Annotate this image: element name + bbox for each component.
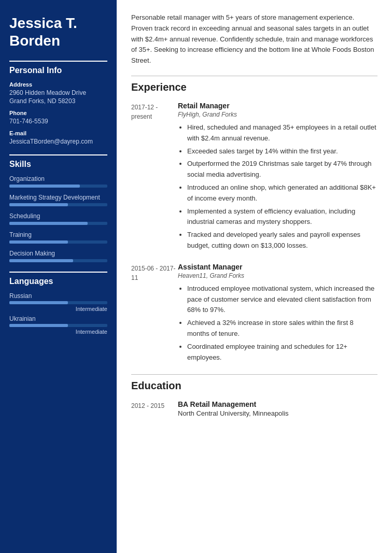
language-level: Intermediate [9, 306, 107, 312]
skill-item: Organization [9, 175, 107, 188]
skill-bar-fill [9, 240, 68, 244]
edu-degree: BA Retail Management [178, 400, 377, 408]
skill-bar-fill [9, 259, 73, 262]
education-block: 2012 - 2015 BA Retail Management North C… [131, 400, 377, 417]
job-date: 2015-06 - 2017-11 [131, 263, 178, 365]
job-bullets: Introduced employee motivational system,… [178, 283, 377, 363]
personal-info-section-title: Personal Info [9, 61, 107, 75]
skill-name: Scheduling [9, 212, 107, 220]
languages-list: Russian Intermediate Ukrainian Intermedi… [9, 292, 107, 335]
skill-bar-bg [9, 203, 107, 206]
language-item: Russian Intermediate [9, 292, 107, 312]
languages-section-title: Languages [9, 272, 107, 286]
skill-bar-fill [9, 203, 68, 206]
skill-item: Scheduling [9, 212, 107, 225]
bullet-item: Coordinated employee training and schedu… [187, 342, 377, 363]
skill-bar-bg [9, 222, 107, 225]
edu-school: North Central University, Minneapolis [178, 409, 377, 417]
job-block: 2015-06 - 2017-11 Assistant Manager Heav… [131, 263, 377, 365]
bullet-item: Implemented a system of efficiency evalu… [187, 206, 377, 228]
phone-value: 701-746-5539 [9, 118, 107, 125]
job-company: Heaven11, Grand Forks [178, 272, 377, 279]
job-title: Retail Manager [178, 102, 377, 110]
experience-title: Experience [131, 76, 377, 93]
jobs-list: 2017-12 - present Retail Manager FlyHigh… [131, 102, 377, 365]
address-line1: 2960 Hidden Meadow Drive [9, 89, 107, 96]
job-title: Assistant Manager [178, 263, 377, 271]
summary-text: Personable retail manager with 5+ years … [131, 12, 377, 66]
skill-name: Organization [9, 175, 107, 182]
skill-item: Training [9, 231, 107, 244]
education-list: 2012 - 2015 BA Retail Management North C… [131, 400, 377, 417]
skill-bar-bg [9, 240, 107, 244]
language-bar-fill [9, 324, 68, 327]
job-content: Assistant Manager Heaven11, Grand Forks … [178, 263, 377, 365]
phone-label: Phone [9, 110, 107, 116]
language-name: Russian [9, 292, 107, 300]
bullet-item: Achieved a 32% increase in store sales w… [187, 318, 377, 339]
skills-section-title: Skills [9, 154, 107, 169]
skill-item: Marketing Strategy Development [9, 194, 107, 206]
job-block: 2017-12 - present Retail Manager FlyHigh… [131, 102, 377, 253]
job-company: FlyHigh, Grand Forks [178, 111, 377, 118]
edu-date: 2012 - 2015 [131, 400, 178, 417]
skill-bar-bg [9, 185, 107, 188]
skill-name: Training [9, 231, 107, 238]
address-line2: Grand Forks, ND 58203 [9, 97, 107, 105]
skill-name: Decision Making [9, 250, 107, 257]
bullet-item: Exceeded sales target by 14% within the … [187, 146, 377, 157]
education-section: Education 2012 - 2015 BA Retail Manageme… [131, 374, 377, 417]
address-label: Address [9, 81, 107, 88]
bullet-item: Tracked and developed yearly sales and p… [187, 230, 377, 251]
skill-bar-bg [9, 259, 107, 262]
job-date: 2017-12 - present [131, 102, 178, 253]
language-bar-bg [9, 324, 107, 327]
language-level: Intermediate [9, 329, 107, 335]
email-value: JessicaTBorden@dayrep.com [9, 138, 107, 145]
language-bar-bg [9, 301, 107, 304]
bullet-item: Introduced employee motivational system,… [187, 283, 377, 316]
applicant-name: Jessica T. Borden [9, 15, 107, 49]
skill-bar-fill [9, 222, 88, 225]
skill-name: Marketing Strategy Development [9, 194, 107, 201]
language-item: Ukrainian Intermediate [9, 315, 107, 335]
bullet-item: Hired, scheduled and managed 35+ employe… [187, 122, 377, 144]
sidebar: Jessica T. Borden Personal Info Address … [0, 0, 117, 553]
bullet-item: Outperformed the 2019 Christmas sale tar… [187, 159, 377, 180]
bullet-item: Introduced an online shop, which generat… [187, 182, 377, 204]
skills-list: Organization Marketing Strategy Developm… [9, 175, 107, 262]
job-bullets: Hired, scheduled and managed 35+ employe… [178, 122, 377, 251]
main-content: Personable retail manager with 5+ years … [117, 0, 392, 553]
job-content: Retail Manager FlyHigh, Grand Forks Hire… [178, 102, 377, 253]
experience-section: Experience 2017-12 - present Retail Mana… [131, 76, 377, 365]
education-title: Education [131, 374, 377, 392]
language-name: Ukrainian [9, 315, 107, 322]
email-label: E-mail [9, 130, 107, 136]
skill-bar-fill [9, 185, 80, 188]
language-bar-fill [9, 301, 68, 304]
skill-item: Decision Making [9, 250, 107, 262]
edu-content: BA Retail Management North Central Unive… [178, 400, 377, 417]
